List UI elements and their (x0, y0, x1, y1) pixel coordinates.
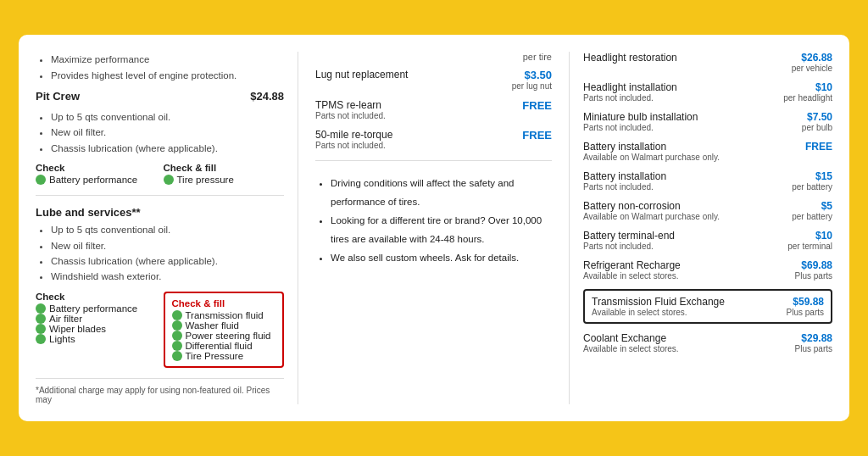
green-dot (36, 314, 46, 324)
fill-item-tire: Tire pressure (164, 175, 285, 185)
green-dot (36, 324, 46, 334)
fill-tire-label: Tire pressure (177, 175, 234, 185)
check-battery-2: Battery performance (36, 303, 157, 314)
miniature-bulb-price: $7.50 (765, 111, 832, 123)
mid-divider (315, 160, 552, 161)
miniature-bulb-note: Parts not included. (583, 123, 765, 132)
battery-terminal-price: $10 (765, 230, 832, 242)
check-battery-label: Battery performance (49, 175, 137, 185)
check-lights: Lights (36, 334, 157, 344)
battery-noncorr-note: Available on Walmart purchase only. (583, 212, 765, 221)
refrigerant-price: $69.88 (765, 259, 832, 271)
green-dot (164, 175, 174, 185)
lug-nut-name: Lug nut replacement (315, 69, 492, 81)
per-tire-label: per tire (315, 52, 552, 62)
battery-free-note: Available on Walmart purchase only. (583, 153, 765, 162)
battery-noncorr-price: $5 (765, 200, 832, 212)
battery-install-note: Parts not included. (583, 182, 765, 192)
service-battery-install: Battery installation Parts not included.… (583, 170, 832, 192)
green-dot (172, 351, 182, 361)
pit-crew-bullets: Up to 5 qts conventional oil. New oil fi… (36, 109, 284, 156)
check-col-2: Check Battery performance Air filter Wip… (36, 292, 157, 368)
green-dot (172, 320, 182, 331)
battery-free-price: FREE (765, 141, 832, 153)
transmission-exchange-price: $59.88 (756, 296, 824, 308)
check-battery-2-label: Battery performance (49, 303, 137, 314)
refrigerant-note: Available in select stores. (583, 271, 765, 281)
battery-install-name: Battery installation (583, 170, 765, 182)
transmission-exchange-note: Available in select stores. (592, 308, 756, 317)
middle-bullets: Driving conditions will affect the safet… (315, 175, 552, 267)
battery-terminal-note: Parts not included. (583, 242, 765, 251)
fill-header-1: Check & fill Tire pressure (164, 163, 285, 185)
mid-bullet-3: We also sell custom wheels. Ask for deta… (331, 249, 552, 268)
divider-1 (36, 195, 284, 196)
main-card: Maximize performance Provides highest le… (19, 35, 849, 421)
check-air-label: Air filter (49, 314, 82, 324)
service-miniature-bulb: Miniature bulb installation Parts not in… (583, 111, 832, 132)
fill-label-1: Check & fill (164, 163, 285, 173)
intro-bullet-2: Provides highest level of engine protect… (51, 68, 284, 83)
green-dot (172, 310, 182, 320)
pit-bullet-1: Up to 5 qts conventional oil. (51, 109, 284, 125)
tpms-price-main: FREE (522, 99, 552, 112)
green-dot (172, 331, 182, 341)
green-dot (172, 341, 182, 351)
check-label-1: Check (36, 163, 157, 173)
pit-crew-label: Pit Crew (36, 90, 80, 103)
fill-tire-pressure: Tire Pressure (172, 351, 276, 361)
battery-terminal-name: Battery terminal-end (583, 230, 765, 242)
coolant-name: Coolant Exchange (583, 332, 765, 344)
tpms-price: FREE (492, 99, 552, 112)
headlight-install-note: Parts not included. (583, 93, 765, 103)
coolant-note: Available in select stores. (583, 344, 765, 353)
lube-bullet-3: Chassis lubrication (where applicable). (51, 253, 284, 269)
transmission-exchange-price-note: Plus parts (756, 308, 824, 317)
fill-power: Power steering fluid (172, 331, 276, 341)
left-footnote: *Additional charge may apply for using n… (36, 378, 284, 404)
tpms-note: Parts not included. (315, 111, 386, 120)
transmission-exchange-name: Transmission Fluid Exchange (592, 296, 756, 308)
service-tpms: TPMS re-learn Parts not included. FREE (315, 99, 552, 120)
miniature-bulb-price-note: per bulb (765, 123, 832, 132)
mid-bullet-1: Driving conditions will affect the safet… (331, 175, 552, 212)
tpms-name: TPMS re-learn (315, 99, 381, 111)
lug-nut-price: $3.50 per lug nut (492, 69, 552, 91)
miniature-bulb-name: Miniature bulb installation (583, 111, 765, 123)
service-battery-install-free: Battery installation Available on Walmar… (583, 141, 832, 162)
battery-terminal-price-note: per terminal (765, 242, 832, 251)
headlight-install-price-note: per headlight (765, 93, 832, 103)
green-dot (36, 175, 46, 185)
check-wiper-label: Wiper blades (49, 324, 106, 334)
service-headlight-restoration: Headlight restoration $26.88 per vehicle (583, 52, 832, 73)
fill-col-2-box: Check & fill Transmission fluid Washer f… (164, 292, 285, 368)
intro-bullets: Maximize performance Provides highest le… (36, 52, 284, 83)
fill-tire-pressure-label: Tire Pressure (186, 351, 244, 361)
headlight-restoration-name: Headlight restoration (583, 52, 765, 64)
lube-bullet-2: New oil filter. (51, 238, 284, 253)
intro-bullet-1: Maximize performance (51, 52, 284, 67)
retorque-note: Parts not included. (315, 141, 392, 150)
service-battery-terminal: Battery terminal-end Parts not included.… (583, 230, 832, 251)
pit-bullet-2: New oil filter. (51, 125, 284, 140)
green-dot (36, 334, 46, 344)
service-coolant: Coolant Exchange Available in select sto… (583, 332, 832, 353)
retorque-price: FREE (492, 129, 552, 142)
middle-column: per tire Lug nut replacement $3.50 per l… (298, 52, 570, 404)
fill-washer: Washer fluid (172, 320, 276, 331)
lug-nut-price-note: per lug nut (492, 81, 552, 91)
fill-label-2: Check & fill (172, 298, 276, 309)
retorque-price-main: FREE (522, 129, 552, 142)
check-grid-1: Check Battery performance Check & fill T… (36, 163, 284, 185)
check-label-2: Check (36, 292, 157, 302)
battery-noncorr-price-note: per battery (765, 212, 832, 221)
retorque-name: 50-mile re-torque (315, 129, 392, 141)
lube-bullet-4: Windshield wash exterior. (51, 269, 284, 284)
battery-install-price: $15 (765, 170, 832, 182)
battery-noncorr-name: Battery non-corrosion (583, 200, 765, 212)
check-header-1: Check Battery performance (36, 163, 157, 185)
service-lug-nut: Lug nut replacement $3.50 per lug nut (315, 69, 552, 91)
battery-install-price-note: per battery (765, 182, 832, 192)
pit-bullet-3: Chassis lubrication (where applicable). (51, 141, 284, 156)
service-refrigerant: Refrigerant Recharge Available in select… (583, 259, 832, 281)
